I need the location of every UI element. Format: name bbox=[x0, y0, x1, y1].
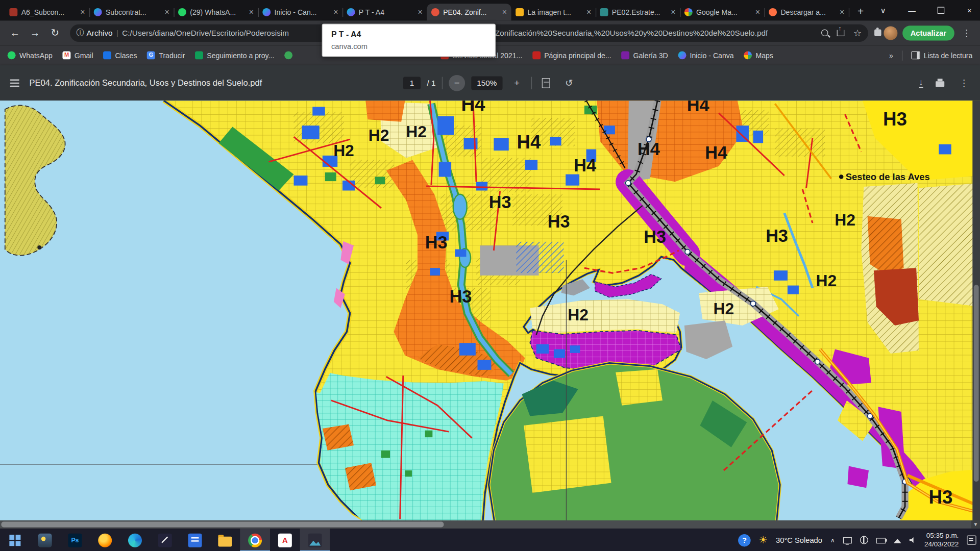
back-button[interactable]: ← bbox=[6, 24, 23, 41]
rotate-button[interactable]: ↻ bbox=[560, 74, 577, 91]
taskbar-file-explorer[interactable] bbox=[210, 529, 240, 551]
scroll-down-arrow-icon[interactable]: ▼ bbox=[971, 520, 980, 529]
reading-list-button[interactable]: Lista de lectura bbox=[911, 51, 972, 59]
bookmark-maps[interactable]: Maps bbox=[744, 51, 773, 59]
tab-la-imagen[interactable]: La imagen t...× bbox=[511, 4, 596, 20]
tray-expand-icon[interactable]: ∧ bbox=[830, 537, 835, 543]
bookmark-seguimiento[interactable]: Seguimiento a proy... bbox=[195, 51, 274, 59]
tab-pe02[interactable]: PE02.Estrate...× bbox=[596, 4, 680, 20]
tab-pe04-active[interactable]: PE04. Zonif...× bbox=[427, 4, 511, 20]
tooltip-domain: canva.com bbox=[331, 42, 486, 51]
tab-close-icon[interactable]: × bbox=[418, 8, 422, 16]
bookmark-gmail[interactable]: MGmail bbox=[63, 51, 93, 59]
tab-subcontrat[interactable]: Subcontrat...× bbox=[89, 4, 174, 20]
chrome-icon bbox=[248, 533, 262, 547]
tab-inicio-canva[interactable]: Inicio - Can...× bbox=[258, 4, 342, 20]
share-icon[interactable] bbox=[837, 30, 845, 36]
taskbar-time: 05:35 p.m. bbox=[926, 532, 959, 539]
taskbar-widget[interactable] bbox=[30, 529, 60, 551]
extensions-puzzle-icon[interactable] bbox=[874, 30, 881, 36]
taskbar-calculator[interactable] bbox=[180, 529, 210, 551]
tab-a6[interactable]: A6_Subcon...× bbox=[5, 4, 89, 20]
tab-google-maps[interactable]: Google Ma...× bbox=[680, 4, 764, 20]
bookmarks-overflow-button[interactable]: » bbox=[889, 52, 893, 59]
taskbar-chrome[interactable] bbox=[240, 529, 270, 551]
pdf-more-menu-icon[interactable]: ⋮ bbox=[957, 77, 971, 88]
tab-whatsapp[interactable]: (29) WhatsA...× bbox=[174, 4, 258, 20]
minimize-button[interactable]: — bbox=[897, 0, 926, 20]
weather-text[interactable]: 30°C Soleado bbox=[776, 536, 822, 544]
taskbar-firefox[interactable] bbox=[90, 529, 120, 551]
bookmark-galeria[interactable]: Galería 3D bbox=[621, 51, 668, 59]
fit-page-button[interactable] bbox=[538, 74, 554, 91]
taskbar-date: 24/03/2022 bbox=[924, 540, 959, 548]
bookmark-hidden[interactable] bbox=[284, 51, 292, 59]
zoom-in-button[interactable]: + bbox=[509, 74, 525, 91]
acrobat-icon: A bbox=[278, 533, 292, 547]
tab-pt-a4[interactable]: P T - A4× bbox=[342, 4, 427, 20]
taskbar-photos[interactable] bbox=[300, 529, 330, 551]
close-button[interactable]: × bbox=[955, 0, 980, 20]
gmail-icon: M bbox=[63, 51, 71, 59]
taskbar-edge[interactable] bbox=[120, 529, 150, 551]
zoom-lens-icon[interactable] bbox=[821, 30, 828, 36]
update-button[interactable]: Actualizar bbox=[902, 26, 954, 40]
tab-close-icon[interactable]: × bbox=[80, 8, 85, 16]
action-center-icon[interactable] bbox=[967, 535, 976, 544]
firefox-icon bbox=[98, 533, 112, 547]
taskbar-photoshop[interactable]: Ps bbox=[60, 529, 90, 551]
tab-search-icon[interactable]: ∨ bbox=[869, 0, 897, 20]
address-text-right: %20Zonificación%20Secundaria,%20Usos%20y… bbox=[479, 29, 768, 37]
tab-close-icon[interactable]: × bbox=[755, 8, 760, 16]
pdf-menu-icon[interactable] bbox=[10, 79, 19, 87]
tab-descargar[interactable]: Descargar a...× bbox=[765, 4, 849, 20]
browser-menu-icon[interactable]: ⋮ bbox=[960, 27, 974, 38]
windows-logo-icon bbox=[9, 535, 20, 546]
tab-close-icon[interactable]: × bbox=[502, 8, 507, 16]
tab-close-icon[interactable]: × bbox=[165, 8, 169, 16]
print-button[interactable] bbox=[936, 81, 944, 87]
horizontal-scrollbar[interactable]: ▼ bbox=[0, 520, 980, 529]
network-globe-icon[interactable] bbox=[860, 536, 868, 544]
vertical-scrollbar-thumb[interactable] bbox=[974, 285, 979, 482]
help-button[interactable]: ? bbox=[738, 534, 750, 546]
wifi-icon[interactable] bbox=[894, 539, 901, 543]
bookmark-traducir[interactable]: GTraducir bbox=[147, 51, 185, 59]
bookmark-clases[interactable]: Clases bbox=[103, 51, 137, 59]
tab-close-icon[interactable]: × bbox=[671, 8, 675, 16]
weather-sun-icon[interactable]: ☀ bbox=[759, 534, 768, 546]
display-icon[interactable] bbox=[843, 537, 852, 543]
taskbar-clock[interactable]: 05:35 p.m. 24/03/2022 bbox=[924, 532, 959, 549]
map-zone-label: H2 bbox=[816, 271, 837, 290]
taskbar-pen-app[interactable] bbox=[150, 529, 180, 551]
bookmark-pagina[interactable]: Página principal de... bbox=[532, 51, 611, 59]
info-icon[interactable]: ⓘ bbox=[76, 28, 84, 38]
map-zone-label: H4 bbox=[705, 143, 727, 162]
photoshop-icon: Ps bbox=[68, 533, 82, 547]
horizontal-scrollbar-thumb[interactable] bbox=[1, 521, 444, 527]
vertical-scrollbar[interactable] bbox=[972, 101, 980, 520]
zoom-level[interactable]: 150% bbox=[471, 76, 502, 90]
taskbar-acrobat[interactable]: A bbox=[270, 529, 300, 551]
volume-icon[interactable] bbox=[910, 537, 916, 543]
zoning-map-canvas[interactable]: H4H2H2H2H4H4H4H4H4H3H3H3H3H3H3H3H2H2H2H2… bbox=[0, 101, 980, 520]
download-button[interactable]: ↓ bbox=[919, 78, 923, 88]
tab-close-icon[interactable]: × bbox=[586, 8, 591, 16]
tab-close-icon[interactable]: × bbox=[840, 8, 844, 16]
battery-icon[interactable] bbox=[876, 538, 886, 543]
bookmark-star-icon[interactable]: ☆ bbox=[853, 27, 862, 38]
bookmark-whatsapp[interactable]: WhatsApp bbox=[8, 51, 53, 59]
forward-button[interactable]: → bbox=[26, 24, 43, 41]
reload-button[interactable]: ↻ bbox=[46, 24, 64, 41]
canva-icon bbox=[678, 51, 686, 59]
screen: A6_Subcon...× Subcontrat...× (29) WhatsA… bbox=[0, 0, 980, 551]
new-tab-button[interactable]: + bbox=[852, 4, 869, 20]
tab-close-icon[interactable]: × bbox=[249, 8, 254, 16]
tab-close-icon[interactable]: × bbox=[333, 8, 338, 16]
profile-avatar[interactable] bbox=[884, 26, 897, 40]
zoom-out-button[interactable]: − bbox=[449, 74, 465, 91]
start-button[interactable] bbox=[0, 529, 30, 551]
page-number-input[interactable]: 1 bbox=[403, 77, 421, 89]
maximize-button[interactable] bbox=[926, 0, 955, 20]
bookmark-canva[interactable]: Inicio - Canva bbox=[678, 51, 733, 59]
